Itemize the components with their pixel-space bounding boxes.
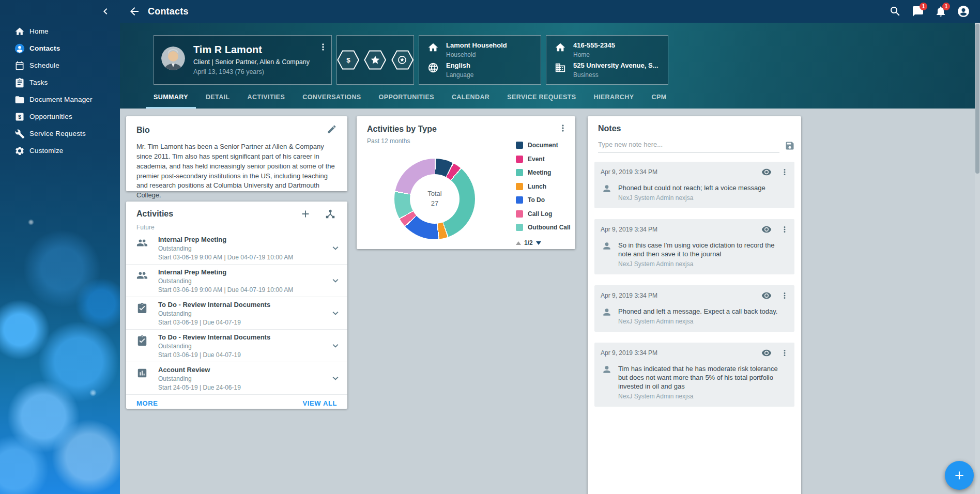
- home-icon: [427, 42, 439, 53]
- tab-service-requests[interactable]: SERVICE REQUESTS: [498, 86, 585, 109]
- sidebar-item-opportunities[interactable]: $ Opportunities: [0, 108, 120, 125]
- legend-swatch: [516, 210, 523, 218]
- notifications-button[interactable]: 1: [931, 2, 950, 21]
- more-button[interactable]: MORE: [136, 399, 158, 407]
- activity-dates: Start 24-05-19 | Due 24-06-19: [158, 384, 330, 391]
- chart-legend: Document Event Meeting Lunch To Do Call …: [516, 142, 571, 238]
- messages-button[interactable]: 1: [909, 2, 927, 21]
- note-menu-button[interactable]: [780, 291, 789, 300]
- tab-calendar[interactable]: CALENDAR: [443, 86, 498, 109]
- tab-summary[interactable]: SUMMARY: [145, 86, 197, 109]
- legend-label: To Do: [528, 196, 545, 204]
- notes-title: Notes: [598, 124, 791, 133]
- activities-title: Activities: [136, 209, 286, 219]
- pager-down-icon[interactable]: [536, 241, 541, 245]
- tab-detail[interactable]: DETAIL: [197, 86, 239, 109]
- household-row[interactable]: Lamont Household Household: [427, 41, 532, 58]
- chevron-down-icon[interactable]: [330, 373, 341, 384]
- seal-star-icon: [397, 55, 407, 65]
- activity-item[interactable]: Internal Prep Meeting Outstanding Start …: [126, 265, 347, 297]
- activity-hierarchy-button[interactable]: [325, 208, 336, 220]
- tab-activities[interactable]: ACTIVITIES: [239, 86, 294, 109]
- building-icon: [555, 62, 566, 73]
- activity-item[interactable]: To Do - Review Internal Documents Outsta…: [126, 297, 347, 330]
- svg-text:$: $: [18, 114, 21, 120]
- wrench-icon: [14, 129, 25, 139]
- chevron-left-icon: [99, 5, 112, 18]
- plus-icon: [300, 208, 311, 220]
- note-menu-button[interactable]: [780, 167, 789, 177]
- note-menu-button[interactable]: [780, 225, 789, 234]
- sidebar-item-tasks[interactable]: Tasks: [0, 74, 120, 91]
- contact-menu-button[interactable]: [317, 41, 329, 53]
- folder-icon: [14, 95, 25, 105]
- badge-star[interactable]: [364, 50, 386, 70]
- chart-menu-button[interactable]: [558, 123, 568, 135]
- dots-vertical-icon: [780, 225, 789, 234]
- eye-icon: [761, 290, 772, 301]
- activity-dates: Start 03-06-19 9:00 AM | Due 04-07-19 10…: [158, 254, 330, 261]
- note-author: NexJ System Admin nexjsa: [618, 318, 777, 325]
- badge-seal[interactable]: [391, 50, 414, 70]
- tab-hierarchy[interactable]: HIERARCHY: [585, 86, 643, 109]
- activity-item[interactable]: To Do - Review Internal Documents Outsta…: [126, 330, 347, 362]
- phone-row[interactable]: 416-555-2345 Home: [555, 41, 660, 58]
- person-icon: [602, 241, 612, 251]
- sidebar-item-contacts[interactable]: Contacts: [0, 40, 120, 57]
- chevron-down-icon[interactable]: [330, 275, 341, 286]
- scrollbar-thumb[interactable]: [975, 24, 979, 174]
- note-item: Apr 9, 2019 3:34 PM So in this case I'm …: [594, 219, 794, 274]
- add-button[interactable]: [945, 461, 974, 490]
- activity-item[interactable]: Internal Prep Meeting Outstanding Start …: [126, 232, 347, 265]
- view-all-button[interactable]: VIEW ALL: [303, 399, 337, 407]
- bio-text: Mr. Tim Lamont has been a Senior Partner…: [126, 136, 347, 200]
- home-icon: [14, 26, 25, 37]
- save-icon: [785, 141, 795, 151]
- dots-vertical-icon: [780, 167, 789, 177]
- note-text: Tim has indicated that he has moderate r…: [618, 364, 787, 391]
- tab-cpm[interactable]: CPM: [642, 86, 675, 109]
- account-button[interactable]: [954, 2, 973, 21]
- new-note-input[interactable]: [598, 138, 779, 152]
- dots-vertical-icon: [780, 348, 789, 358]
- sidebar-item-service-requests[interactable]: Service Requests: [0, 125, 120, 142]
- legend-swatch: [516, 196, 523, 204]
- badge-dollar[interactable]: $: [337, 50, 359, 70]
- note-menu-button[interactable]: [780, 348, 789, 358]
- chevron-down-icon[interactable]: [330, 340, 341, 351]
- pager-label: 1/2: [524, 239, 533, 246]
- note-visibility-button[interactable]: [761, 290, 772, 301]
- legend-label: Meeting: [528, 169, 551, 176]
- sidebar-item-customize[interactable]: Customize: [0, 142, 120, 159]
- chevron-down-icon[interactable]: [330, 242, 341, 254]
- note-visibility-button[interactable]: [761, 167, 772, 177]
- chevron-down-icon[interactable]: [330, 307, 341, 319]
- sidebar-collapse-button[interactable]: [98, 4, 113, 19]
- person-icon: [602, 183, 612, 194]
- address-row[interactable]: 525 University Avenue, S... Business: [555, 61, 660, 79]
- note-visibility-button[interactable]: [761, 224, 772, 235]
- note-visibility-button[interactable]: [761, 348, 772, 358]
- messages-badge: 1: [920, 3, 927, 10]
- tab-opportunities[interactable]: OPPORTUNITIES: [370, 86, 443, 109]
- contact-tabs: SUMMARY DETAIL ACTIVITIES CONVERSATIONS …: [145, 86, 675, 109]
- pager-up-icon[interactable]: [516, 241, 521, 245]
- avatar[interactable]: [161, 47, 185, 70]
- note-author: NexJ System Admin nexjsa: [618, 260, 787, 268]
- activity-dates: Start 03-06-19 | Due 04-07-19: [158, 351, 330, 359]
- save-note-button[interactable]: [785, 141, 795, 151]
- search-button[interactable]: [886, 2, 905, 21]
- tab-conversations[interactable]: CONVERSATIONS: [294, 86, 370, 109]
- hierarchy-icon: [325, 208, 336, 220]
- back-button[interactable]: [125, 2, 144, 21]
- activity-item[interactable]: Account Review Outstanding Start 24-05-1…: [126, 362, 347, 395]
- contact-badges-card: $: [336, 35, 414, 85]
- sidebar-item-home[interactable]: Home: [0, 23, 120, 40]
- sidebar-item-document-manager[interactable]: Document Manager: [0, 91, 120, 108]
- task-check-icon: [136, 302, 148, 314]
- language-row[interactable]: English Language: [427, 61, 532, 79]
- add-activity-button[interactable]: [300, 208, 311, 220]
- activity-status: Outstanding: [158, 343, 330, 350]
- sidebar-item-schedule[interactable]: Schedule: [0, 57, 120, 74]
- edit-bio-button[interactable]: [327, 124, 337, 136]
